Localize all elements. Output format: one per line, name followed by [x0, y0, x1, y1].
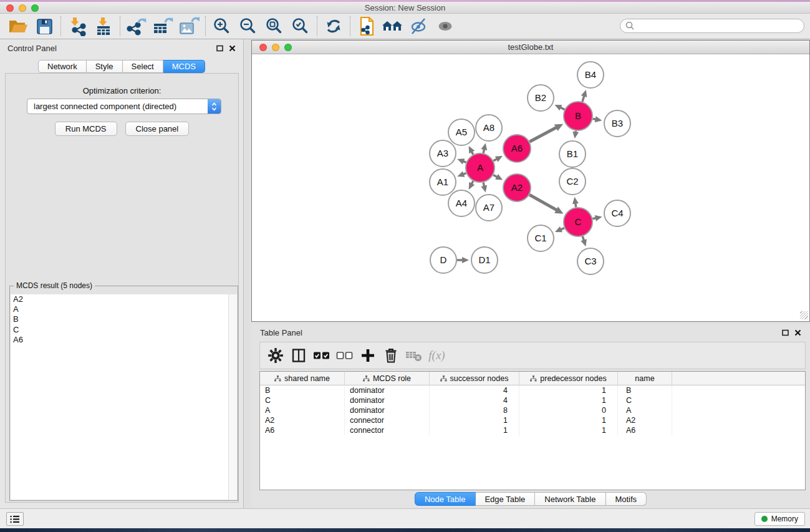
deselect-all-rows-button[interactable]	[333, 344, 356, 367]
select-all-rows-button[interactable]	[310, 344, 333, 367]
network-canvas[interactable]: B4B2BB3A8A5A6A3B1AA1C2A2A4A7C4CC1DD1C3	[252, 54, 809, 321]
table-panel-title: Table Panel	[260, 328, 782, 337]
graph-edge[interactable]	[529, 195, 557, 210]
table-row[interactable]: A6connector11A6	[260, 425, 805, 435]
delete-column-button[interactable]	[379, 344, 402, 367]
table-cell: A6	[618, 425, 672, 435]
close-panel-icon[interactable]	[229, 45, 236, 52]
function-builder-button-disabled: f(x)	[425, 344, 448, 367]
tab-motifs[interactable]: Motifs	[605, 492, 647, 506]
table-settings-button[interactable]	[264, 344, 287, 367]
table-cell: connector	[345, 425, 430, 435]
tab-edge-table[interactable]: Edge Table	[475, 492, 535, 506]
tab-mcds[interactable]: MCDS	[163, 60, 205, 73]
tab-network[interactable]: Network	[38, 60, 87, 73]
tab-network-table[interactable]: Network Table	[535, 492, 605, 506]
zoom-selected-button[interactable]	[287, 14, 314, 38]
export-table-button[interactable]	[150, 14, 176, 38]
graph-node-label: B1	[567, 148, 578, 159]
table-cell: 1	[430, 425, 519, 435]
mcds-result-group: MCDS result (5 nodes) A2ABCA6	[9, 286, 238, 501]
resize-grip-icon[interactable]	[800, 311, 808, 319]
tab-node-table[interactable]: Node Table	[415, 492, 476, 506]
table-cell: A2	[260, 415, 345, 425]
network-window-titlebar[interactable]: testGlobe.txt	[252, 41, 809, 54]
graph-edge-arrowhead	[481, 143, 487, 150]
mcds-result-scrollbar[interactable]	[228, 294, 237, 500]
table-row[interactable]: A2connector11A2	[260, 415, 805, 425]
zoom-out-button[interactable]	[235, 14, 261, 38]
dropdown-stepper	[208, 99, 221, 114]
search-input[interactable]	[620, 19, 804, 33]
mcds-result-item[interactable]: C	[11, 325, 228, 335]
network-window-title: testGlobe.txt	[252, 41, 809, 54]
run-mcds-button[interactable]: Run MCDS	[55, 122, 117, 136]
column-header[interactable]: predecessor nodes	[519, 372, 618, 385]
zoom-in-button[interactable]	[209, 14, 235, 38]
graph-edge-arrowhead	[581, 239, 587, 246]
table-row[interactable]: Cdominator41C	[260, 395, 805, 405]
table-row[interactable]: Bdominator41B	[260, 385, 805, 395]
unchecked-boxes-icon	[336, 348, 354, 363]
column-header-label: shared name	[284, 374, 330, 383]
show-all-views-button[interactable]	[380, 14, 406, 38]
save-session-button[interactable]	[31, 14, 57, 38]
close-panel-button[interactable]: Close panel	[125, 122, 190, 136]
task-history-button[interactable]	[6, 512, 24, 526]
column-header[interactable]: name	[618, 372, 672, 385]
network-view-window: testGlobe.txt B4B2BB3A8A5A6A3B1AA1C2A2A4…	[251, 40, 810, 322]
mcds-result-item[interactable]: B	[11, 314, 228, 324]
mcds-result-item[interactable]: A6	[11, 335, 228, 345]
graph-node-label: B3	[612, 118, 623, 128]
export-network-button[interactable]	[123, 14, 150, 38]
column-header-label: successor nodes	[450, 374, 509, 383]
export-image-button[interactable]	[176, 14, 202, 38]
hide-graphics-details-button[interactable]	[406, 14, 432, 38]
open-session-button[interactable]	[5, 14, 31, 38]
column-header[interactable]: shared name	[260, 372, 345, 385]
hierarchy-icon	[440, 375, 447, 382]
import-network-button[interactable]	[64, 14, 90, 38]
close-table-panel-icon[interactable]	[794, 329, 801, 336]
graph-edge-arrowhead	[595, 215, 602, 221]
open-folder-icon	[8, 17, 28, 36]
graph-node-label: C1	[534, 233, 546, 243]
houses-icon	[382, 17, 404, 36]
float-panel-icon[interactable]	[216, 45, 223, 52]
export-network-icon	[126, 16, 147, 36]
mcds-result-item[interactable]: A	[11, 304, 228, 314]
refresh-button[interactable]	[321, 14, 347, 38]
zoom-fit-button[interactable]	[261, 14, 287, 38]
mcds-result-title: MCDS result (5 nodes)	[14, 281, 95, 290]
graph-edge-arrowhead	[595, 116, 602, 122]
graph-node-label: A5	[456, 127, 467, 137]
column-header[interactable]: MCDS role	[345, 372, 430, 385]
column-panel-button[interactable]	[287, 344, 310, 367]
tab-select[interactable]: Select	[123, 60, 163, 73]
search-field[interactable]	[635, 19, 804, 32]
memory-button[interactable]: Memory	[755, 512, 805, 526]
mcds-result-item[interactable]: A2	[11, 294, 228, 304]
graph-node-label: A3	[437, 148, 448, 158]
float-table-panel-icon[interactable]	[782, 329, 789, 336]
refresh-icon	[324, 17, 343, 36]
hierarchy-icon	[363, 375, 370, 382]
list-icon	[10, 515, 20, 523]
criterion-dropdown[interactable]: largest connected component (directed)	[27, 99, 221, 114]
table-row[interactable]: Adominator80A	[260, 405, 805, 415]
graph-edge[interactable]	[529, 127, 557, 142]
hierarchy-icon	[274, 375, 281, 382]
graph-edge-arrowhead	[481, 185, 487, 193]
import-table-button[interactable]	[90, 14, 117, 38]
create-column-button[interactable]	[356, 344, 379, 367]
criterion-value: largest connected component (directed)	[27, 102, 208, 111]
table-cell: 4	[430, 395, 519, 405]
table-cell: 0	[519, 405, 618, 415]
tab-style[interactable]: Style	[87, 60, 123, 73]
birdseye-view-button[interactable]	[432, 14, 458, 38]
new-network-from-selection-button[interactable]	[354, 14, 380, 38]
mcds-result-list[interactable]: A2ABCA6	[11, 294, 228, 500]
column-header[interactable]: successor nodes	[430, 372, 519, 385]
checked-boxes-icon	[313, 348, 330, 363]
zoom-fit-icon	[265, 17, 284, 36]
